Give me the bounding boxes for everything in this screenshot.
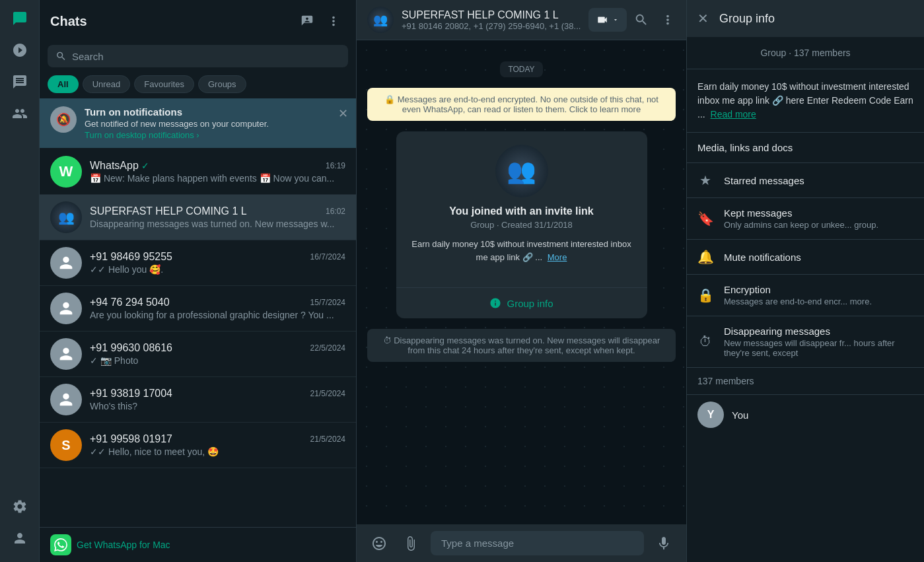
member-row-you: Y You (687, 395, 924, 435)
icon-bar (0, 0, 40, 562)
chat-info-superfast: SUPERFAST HELP COMING 1 L 16:02 Disappea… (90, 205, 345, 229)
chat-preview-superfast: Disappearing messages was turned on. New… (90, 219, 345, 229)
chat-header-avatar[interactable]: 👥 (367, 7, 394, 33)
mute-notifications-section[interactable]: 🔔 Mute notifications (687, 240, 924, 275)
video-call-button[interactable] (588, 8, 627, 32)
status-nav-icon[interactable] (7, 37, 33, 63)
group-meta: Group · 137 members (687, 37, 924, 69)
encryption-sub: Messages are end-to-end encr... more. (724, 297, 913, 306)
notification-close-button[interactable]: ✕ (338, 106, 348, 121)
profile-nav-icon[interactable] (7, 525, 33, 551)
invite-sub: Group · Created 31/1/2018 (409, 220, 634, 230)
chat-time-contact1: 16/7/2024 (310, 252, 345, 262)
kept-messages-sub: Only admins can keep or unkee... group. (724, 220, 913, 230)
chat-item-whatsapp[interactable]: W WhatsApp ✓ 16:19 📅 New: Make plans hap… (40, 149, 356, 195)
whatsapp-mac-bar: Get WhatsApp for Mac (40, 527, 356, 562)
search-chat-button[interactable] (629, 8, 653, 32)
invite-more-link[interactable]: More (548, 252, 567, 262)
chat-info-contact3: +91 99630 08616 22/5/2024 ✓ 📷 Photo (90, 342, 345, 366)
search-input[interactable] (72, 51, 340, 62)
filter-tab-groups[interactable]: Groups (198, 75, 246, 93)
chat-messages: TODAY 🔒 Messages are end-to-end encrypte… (357, 40, 686, 524)
chat-time-contact3: 22/5/2024 (310, 343, 345, 353)
avatar-superfast: 👥 (50, 201, 82, 233)
verified-badge: ✓ (141, 160, 149, 171)
chat-info-contact5: +91 99598 01917 21/5/2024 ✓✓ Hello, nice… (90, 433, 345, 457)
chat-item-contact4[interactable]: +91 93819 17004 21/5/2024 Who's this? (40, 377, 356, 423)
chat-item-contact3[interactable]: +91 99630 08616 22/5/2024 ✓ 📷 Photo (40, 332, 356, 377)
group-info-header: ✕ Group info (687, 0, 924, 37)
disappear-notice: ⏱ Disappearing messages was turned on. N… (367, 329, 676, 362)
chat-preview-whatsapp: 📅 New: Make plans happen with events 📅 N… (90, 173, 345, 184)
whatsapp-mac-text[interactable]: Get WhatsApp for Mac (77, 540, 170, 550)
invite-card: 👥 You joined with an invite link Group ·… (396, 131, 647, 318)
encryption-section[interactable]: 🔒 Encryption Messages are end-to-end enc… (687, 275, 924, 316)
filter-tab-unread[interactable]: Unread (83, 75, 131, 93)
chat-header-actions (588, 8, 680, 32)
group-info-btn-label: Group info (507, 298, 553, 309)
group-description: Earn daily money 10$ without investment … (687, 69, 924, 133)
chat-name-whatsapp: WhatsApp ✓ (90, 160, 149, 172)
bookmark-icon: 🔖 (697, 211, 713, 227)
search-icon (55, 50, 67, 62)
mute-notifications-title: Mute notifications (724, 252, 913, 263)
settings-nav-icon[interactable] (7, 493, 33, 520)
voice-message-button[interactable] (652, 532, 676, 555)
communities-nav-icon[interactable] (7, 69, 33, 95)
invite-title: You joined with an invite link (409, 205, 634, 217)
avatar-contact2 (50, 293, 82, 324)
chat-item-contact1[interactable]: +91 98469 95255 16/7/2024 ✓✓ Hello you 🥰… (40, 240, 356, 286)
filter-tab-favourites[interactable]: Favourites (134, 75, 194, 93)
disappearing-messages-section[interactable]: ⏱ Disappearing messages New messages wil… (687, 316, 924, 368)
chat-main: 👥 SUPERFAST HELP COMING 1 L +91 80146 20… (357, 0, 686, 562)
read-more-link[interactable]: Read more (711, 109, 756, 120)
message-input[interactable] (431, 531, 644, 555)
group-info-button[interactable]: Group info (396, 288, 647, 318)
emoji-button[interactable] (367, 532, 391, 555)
encrypted-notice[interactable]: 🔒 Messages are end-to-end encrypted. No … (367, 88, 676, 121)
chat-name-superfast: SUPERFAST HELP COMING 1 L (90, 205, 247, 217)
chat-time-contact4: 21/5/2024 (310, 389, 345, 398)
media-links-docs[interactable]: Media, links and docs (687, 133, 924, 163)
chat-preview-contact2: Are you looking for a professional graph… (90, 310, 345, 320)
disappearing-messages-title: Disappearing messages (724, 326, 913, 337)
notification-title: Turn on notifications (85, 106, 345, 118)
group-info-panel: ✕ Group info Group · 137 members Earn da… (686, 0, 924, 562)
chat-item-contact2[interactable]: +94 76 294 5040 15/7/2024 Are you lookin… (40, 286, 356, 332)
chat-preview-contact1: ✓✓ Hello you 🥰. (90, 264, 345, 275)
chat-item-superfast[interactable]: 👥 SUPERFAST HELP COMING 1 L 16:02 Disapp… (40, 195, 356, 240)
more-options-button[interactable] (322, 9, 345, 33)
chat-list: W WhatsApp ✓ 16:19 📅 New: Make plans hap… (40, 149, 356, 527)
starred-messages-section[interactable]: ★ Starred messages (687, 163, 924, 198)
chat-item-contact5[interactable]: S +91 99598 01917 21/5/2024 ✓✓ Hello, ni… (40, 423, 356, 468)
timer-icon: ⏱ (697, 334, 713, 349)
close-group-info-button[interactable]: ✕ (697, 11, 709, 26)
member-avatar-you: Y (697, 402, 724, 428)
chat-info-contact1: +91 98469 95255 16/7/2024 ✓✓ Hello you 🥰… (90, 251, 345, 275)
chats-nav-icon[interactable] (7, 5, 33, 32)
attach-button[interactable] (399, 532, 423, 555)
star-icon: ★ (697, 172, 713, 188)
more-chat-options-button[interactable] (656, 8, 680, 32)
filter-tab-all[interactable]: All (48, 75, 79, 93)
notification-bell-icon: 🔕 (50, 106, 77, 133)
chat-time-contact5: 21/5/2024 (310, 435, 345, 444)
date-divider: TODAY (367, 61, 676, 77)
chat-name-contact1: +91 98469 95255 (90, 251, 172, 263)
kept-messages-section[interactable]: 🔖 Kept messages Only admins can keep or … (687, 198, 924, 240)
chat-preview-contact4: Who's this? (90, 401, 345, 411)
new-chat-button[interactable] (295, 9, 319, 33)
chat-list-header: Chats (40, 0, 356, 42)
chat-header: 👥 SUPERFAST HELP COMING 1 L +91 80146 20… (357, 0, 686, 40)
chat-name-contact2: +94 76 294 5040 (90, 297, 170, 308)
chat-time-contact2: 15/7/2024 (310, 298, 345, 307)
notification-banner: 🔕 Turn on notifications Get notified of … (40, 98, 356, 148)
groups-nav-icon[interactable] (7, 100, 33, 127)
chat-list-title: Chats (50, 14, 87, 29)
chat-info-whatsapp: WhatsApp ✓ 16:19 📅 New: Make plans happe… (90, 160, 345, 184)
avatar-contact3 (50, 338, 82, 370)
avatar-contact1 (50, 247, 82, 279)
avatar-whatsapp: W (50, 156, 82, 188)
notification-link[interactable]: Turn on desktop notifications › (85, 130, 345, 140)
disappearing-messages-sub: New messages will disappear fr... hours … (724, 338, 913, 358)
